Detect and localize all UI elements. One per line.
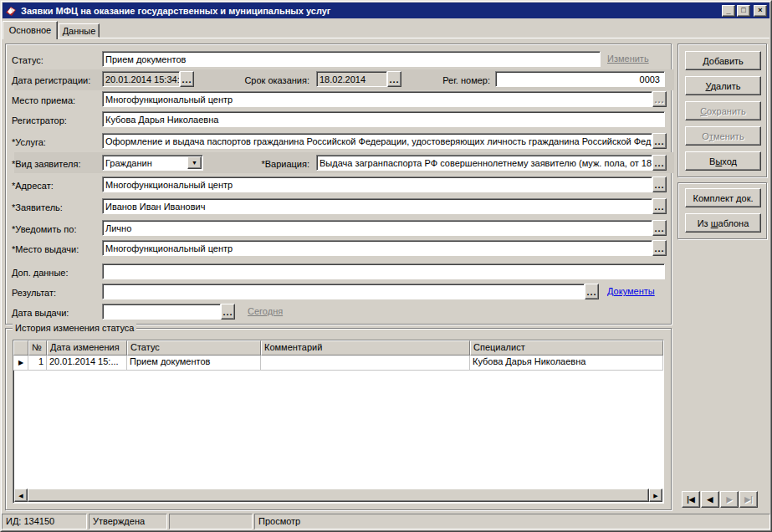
status-value[interactable]: Прием документов: [102, 51, 601, 67]
notify-label: *Уведомить по:: [12, 222, 100, 238]
window-title: Заявки МФЦ на оказание государственных и…: [21, 6, 720, 16]
applicant-value[interactable]: Иванов Иван Иванович: [102, 198, 652, 214]
issue-place-field[interactable]: Многофункциональный центр ...: [102, 240, 667, 256]
due-date-picker-icon[interactable]: ...: [387, 71, 401, 87]
applicant-picker-icon[interactable]: ...: [652, 198, 667, 214]
add-button[interactable]: Добавить: [685, 51, 761, 70]
issue-date-label: Дата выдачи:: [12, 305, 100, 321]
notify-value[interactable]: Лично: [102, 220, 652, 236]
delete-button[interactable]: Удалить: [685, 76, 761, 95]
status-field[interactable]: Прием документов: [102, 51, 601, 67]
row-marker-icon: ▶: [13, 356, 28, 370]
history-grid-header: № Дата изменения Статус Комментарий Спец…: [13, 340, 663, 356]
status-bar: ИД: 134150 Утверждена Просмотр: [2, 514, 770, 529]
chevron-down-icon[interactable]: ▼: [187, 156, 202, 169]
issue-date-value[interactable]: [102, 304, 221, 320]
applicant-type-combobox[interactable]: Гражданин ▼: [102, 155, 203, 171]
statusbar-mode: Просмотр: [254, 514, 770, 529]
header-specialist[interactable]: Специалист: [470, 340, 663, 356]
horizontal-scrollbar[interactable]: ◀ ▶: [14, 489, 662, 502]
app-icon: [5, 5, 18, 17]
reg-num-field[interactable]: 0003: [495, 71, 665, 87]
due-date-label: Срок оказания:: [241, 73, 309, 89]
tab-main[interactable]: Основное: [3, 21, 58, 39]
registrar-value[interactable]: Кубова Дарья Николаевна: [102, 111, 665, 127]
variation-picker-icon[interactable]: ...: [652, 155, 667, 171]
cell-status[interactable]: Прием документов: [127, 356, 261, 370]
variation-field[interactable]: Выдача загранпаспорта РФ совершеннолетне…: [316, 155, 667, 171]
app-window: Заявки МФЦ на оказание государственных и…: [0, 0, 772, 532]
table-row[interactable]: ▶ 1 20.01.2014 15:... Прием документов К…: [13, 356, 663, 371]
cell-specialist[interactable]: Кубова Дарья Николаевна: [470, 356, 663, 370]
cell-date[interactable]: 20.01.2014 15:...: [47, 356, 127, 370]
place-field[interactable]: Многофункциональный центр ...: [102, 91, 667, 107]
maximize-icon[interactable]: □: [737, 5, 750, 17]
nav-first-button[interactable]: |◀: [682, 491, 700, 508]
document-kit-button[interactable]: Комплект док.: [685, 188, 761, 207]
issue-place-label: *Место выдачи:: [12, 242, 100, 258]
reg-date-field[interactable]: 20.01.2014 15:34:5 ...: [102, 71, 194, 87]
service-label: *Услуга:: [12, 135, 100, 151]
today-link: Сегодня: [248, 305, 283, 318]
applicant-field[interactable]: Иванов Иван Иванович ...: [102, 198, 667, 214]
due-date-value[interactable]: 18.02.2014: [316, 71, 387, 87]
from-template-button[interactable]: Из шаблона: [685, 213, 761, 233]
titlebar[interactable]: Заявки МФЦ на оказание государственных и…: [3, 3, 769, 18]
issue-date-picker-icon[interactable]: ...: [221, 304, 235, 320]
scroll-right-icon[interactable]: ▶: [649, 489, 662, 502]
notify-field[interactable]: Лично ...: [102, 220, 667, 236]
reg-date-label: Дата регистрации:: [12, 73, 100, 89]
cell-comment[interactable]: [261, 356, 470, 370]
nav-prev-button[interactable]: ◀: [701, 491, 719, 508]
service-value[interactable]: Оформление и выдача паспортов гражданина…: [102, 133, 652, 149]
addressee-field[interactable]: Многофункциональный центр ...: [102, 176, 667, 192]
variation-value[interactable]: Выдача загранпаспорта РФ совершеннолетне…: [316, 155, 652, 171]
notify-picker-icon[interactable]: ...: [652, 220, 667, 236]
cancel-button: Отменить: [685, 126, 761, 146]
history-groupbox: История изменения статуса № Дата изменен…: [5, 328, 672, 510]
addressee-value[interactable]: Многофункциональный центр: [102, 176, 652, 192]
close-icon[interactable]: ×: [754, 5, 767, 17]
history-grid[interactable]: № Дата изменения Статус Комментарий Спец…: [13, 340, 664, 504]
addressee-label: *Адресат:: [12, 178, 100, 194]
cell-num[interactable]: 1: [28, 356, 47, 370]
command-group-extra: Комплект док. Из шаблона: [677, 182, 767, 239]
result-picker-icon[interactable]: ...: [585, 284, 599, 299]
reg-date-picker-icon[interactable]: ...: [180, 71, 194, 87]
exit-button[interactable]: Выход: [685, 151, 761, 171]
save-button: Сохранить: [685, 101, 761, 120]
place-value[interactable]: Многофункциональный центр: [102, 91, 652, 107]
header-date[interactable]: Дата изменения: [47, 340, 127, 356]
issue-place-picker-icon[interactable]: ...: [652, 240, 667, 256]
nav-next-button: ▶: [720, 491, 739, 508]
due-date-field[interactable]: 18.02.2014 ...: [316, 71, 401, 87]
scrollbar-thumb[interactable]: [28, 489, 649, 502]
service-picker-icon[interactable]: ...: [652, 133, 667, 149]
extra-data-value[interactable]: [102, 263, 665, 279]
tab-page-edge: [3, 38, 769, 40]
record-navigator: |◀ ◀ ▶ ▶|: [682, 491, 759, 508]
statusbar-id: ИД: 134150: [2, 514, 87, 529]
header-comment[interactable]: Комментарий: [261, 340, 470, 356]
nav-last-button: ▶|: [739, 491, 758, 508]
command-group-main: Добавить Удалить Сохранить Отменить Выхо…: [677, 43, 767, 177]
issue-date-field[interactable]: ...: [102, 304, 235, 320]
applicant-type-value[interactable]: Гражданин: [103, 156, 187, 170]
service-field[interactable]: Оформление и выдача паспортов гражданина…: [102, 133, 667, 149]
documents-link[interactable]: Документы: [607, 285, 655, 298]
header-status[interactable]: Статус: [127, 340, 261, 356]
extra-data-field[interactable]: [102, 263, 665, 279]
minimize-icon[interactable]: _: [722, 5, 735, 17]
addressee-picker-icon[interactable]: ...: [652, 176, 667, 192]
status-change-link: Изменить: [607, 53, 649, 65]
registrar-field[interactable]: Кубова Дарья Николаевна: [102, 111, 665, 127]
result-field[interactable]: ...: [102, 284, 599, 299]
header-num[interactable]: №: [28, 340, 47, 356]
reg-num-value[interactable]: 0003: [495, 71, 665, 87]
scroll-left-icon[interactable]: ◀: [14, 489, 28, 502]
reg-date-value[interactable]: 20.01.2014 15:34:5: [102, 71, 180, 87]
tab-data[interactable]: Данные: [59, 23, 100, 38]
result-value[interactable]: [102, 284, 585, 299]
issue-place-value[interactable]: Многофункциональный центр: [102, 240, 652, 256]
registrar-label: Регистратор:: [12, 113, 100, 129]
